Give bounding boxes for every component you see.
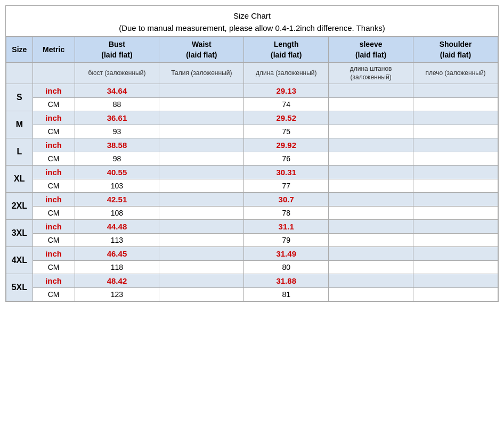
bust-cm-value: 93 xyxy=(75,125,159,138)
sleeve-inch-empty xyxy=(329,111,413,125)
waist-cm-empty xyxy=(159,261,244,274)
shoulder-inch-empty xyxy=(413,247,498,261)
chart-title: Size Chart (Due to manual measurement, p… xyxy=(6,6,498,37)
shoulder-inch-empty xyxy=(413,138,498,152)
header-metric: Metric xyxy=(32,37,75,63)
waist-cm-empty xyxy=(159,98,244,111)
size-label: 3XL xyxy=(6,220,33,247)
cm-metric-label: CM xyxy=(32,98,75,111)
waist-inch-empty xyxy=(159,220,244,234)
subheader-bust: бюст (заложенный) xyxy=(75,63,159,84)
size-label: L xyxy=(6,138,33,166)
sleeve-inch-empty xyxy=(329,220,413,234)
sleeve-inch-empty xyxy=(329,84,413,98)
size-label: 2XL xyxy=(6,193,33,220)
bust-cm-value: 113 xyxy=(75,234,159,247)
sleeve-inch-empty xyxy=(329,138,413,152)
subheader-waist: Талия (заложенный) xyxy=(159,63,244,84)
table-row: M inch 36.61 29.52 xyxy=(6,111,498,125)
table-row: 3XL inch 44.48 31.1 xyxy=(6,220,498,234)
table-row: CM 88 74 xyxy=(6,98,498,111)
header-length: Length(laid flat) xyxy=(244,37,329,63)
waist-inch-empty xyxy=(159,274,244,288)
bust-inch-value: 42.51 xyxy=(75,193,159,207)
shoulder-cm-empty xyxy=(413,207,498,220)
waist-inch-empty xyxy=(159,247,244,261)
bust-cm-value: 108 xyxy=(75,207,159,220)
length-inch-value: 29.13 xyxy=(244,84,329,98)
inch-metric-label: inch xyxy=(32,111,75,125)
waist-cm-empty xyxy=(159,234,244,247)
size-label: S xyxy=(6,84,33,111)
length-cm-value: 79 xyxy=(244,234,329,247)
bust-inch-value: 34.64 xyxy=(75,84,159,98)
sleeve-cm-empty xyxy=(329,125,413,138)
length-cm-value: 80 xyxy=(244,261,329,274)
header-row: Size Metric Bust(laid flat) Waist(laid f… xyxy=(6,37,498,63)
shoulder-inch-empty xyxy=(413,166,498,179)
table-row: CM 103 77 xyxy=(6,179,498,193)
bust-cm-value: 118 xyxy=(75,261,159,274)
waist-cm-empty xyxy=(159,179,244,193)
title-sub: (Due to manual measurement, please allow… xyxy=(8,22,496,35)
sleeve-cm-empty xyxy=(329,207,413,220)
bust-inch-value: 48.42 xyxy=(75,274,159,288)
sleeve-cm-empty xyxy=(329,98,413,111)
cm-metric-label: CM xyxy=(32,261,75,274)
cm-metric-label: CM xyxy=(32,125,75,138)
bust-inch-value: 36.61 xyxy=(75,111,159,125)
bust-inch-value: 38.58 xyxy=(75,138,159,152)
shoulder-cm-empty xyxy=(413,179,498,193)
inch-metric-label: inch xyxy=(32,193,75,207)
waist-cm-empty xyxy=(159,207,244,220)
table-row: CM 113 79 xyxy=(6,234,498,247)
length-inch-value: 31.49 xyxy=(244,247,329,261)
sleeve-cm-empty xyxy=(329,234,413,247)
shoulder-inch-empty xyxy=(413,193,498,207)
size-label: M xyxy=(6,111,33,138)
shoulder-cm-empty xyxy=(413,125,498,138)
cm-metric-label: CM xyxy=(32,152,75,166)
shoulder-inch-empty xyxy=(413,84,498,98)
cm-metric-label: CM xyxy=(32,179,75,193)
sleeve-inch-empty xyxy=(329,247,413,261)
inch-metric-label: inch xyxy=(32,138,75,152)
shoulder-cm-empty xyxy=(413,152,498,166)
shoulder-cm-empty xyxy=(413,98,498,111)
length-inch-value: 31.1 xyxy=(244,220,329,234)
bust-inch-value: 44.48 xyxy=(75,220,159,234)
header-bust: Bust(laid flat) xyxy=(75,37,159,63)
bust-inch-value: 40.55 xyxy=(75,166,159,179)
cm-metric-label: CM xyxy=(32,234,75,247)
header-sleeve: sleeve(laid flat) xyxy=(329,37,413,63)
table-row: CM 93 75 xyxy=(6,125,498,138)
waist-inch-empty xyxy=(159,84,244,98)
table-row: S inch 34.64 29.13 xyxy=(6,84,498,98)
waist-inch-empty xyxy=(159,166,244,179)
length-inch-value: 30.31 xyxy=(244,166,329,179)
shoulder-cm-empty xyxy=(413,234,498,247)
sleeve-cm-empty xyxy=(329,261,413,274)
inch-metric-label: inch xyxy=(32,166,75,179)
inch-metric-label: inch xyxy=(32,220,75,234)
length-inch-value: 31.88 xyxy=(244,274,329,288)
table-row: XL inch 40.55 30.31 xyxy=(6,166,498,179)
subheader-row: бюст (заложенный) Талия (заложенный) дли… xyxy=(6,63,498,84)
sleeve-cm-empty xyxy=(329,288,413,301)
shoulder-cm-empty xyxy=(413,261,498,274)
waist-inch-empty xyxy=(159,138,244,152)
waist-cm-empty xyxy=(159,288,244,301)
table-row: CM 98 76 xyxy=(6,152,498,166)
inch-metric-label: inch xyxy=(32,274,75,288)
length-cm-value: 78 xyxy=(244,207,329,220)
waist-inch-empty xyxy=(159,193,244,207)
sleeve-inch-empty xyxy=(329,193,413,207)
table-row: L inch 38.58 29.92 xyxy=(6,138,498,152)
shoulder-inch-empty xyxy=(413,274,498,288)
bust-inch-value: 46.45 xyxy=(75,247,159,261)
waist-cm-empty xyxy=(159,152,244,166)
size-table: Size Metric Bust(laid flat) Waist(laid f… xyxy=(6,37,498,301)
table-row: 4XL inch 46.45 31.49 xyxy=(6,247,498,261)
header-waist: Waist(laid flat) xyxy=(159,37,244,63)
size-label: 4XL xyxy=(6,247,33,274)
